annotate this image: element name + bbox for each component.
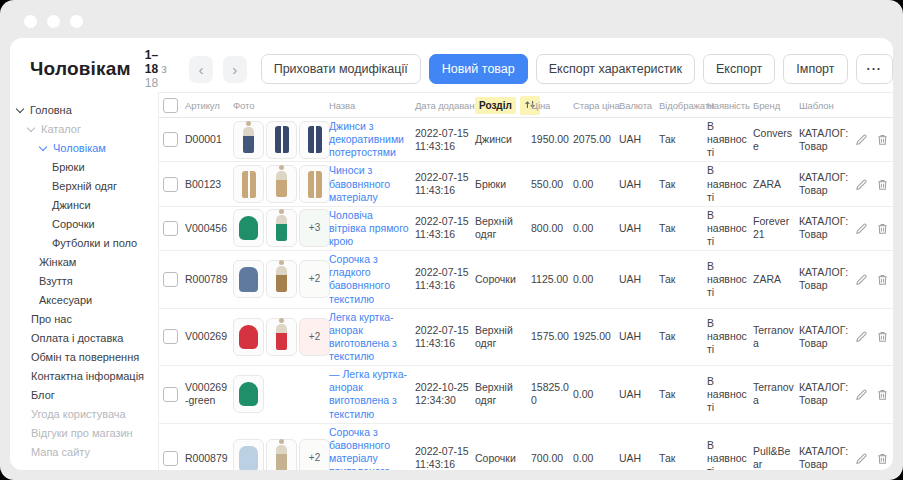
- window-control-dot[interactable]: [70, 15, 83, 28]
- product-photo[interactable]: [233, 318, 264, 356]
- window-control-dot[interactable]: [47, 15, 60, 28]
- template-cell: КАТАЛОГ: Товар: [799, 213, 855, 243]
- column-header-price[interactable]: Ціна: [531, 98, 573, 113]
- column-header-template[interactable]: Шаблон: [799, 98, 855, 113]
- product-photo[interactable]: [299, 165, 330, 203]
- delete-icon[interactable]: [876, 222, 889, 235]
- sidebar-item-bryuky[interactable]: Брюки: [10, 157, 158, 176]
- row-checkbox[interactable]: [163, 329, 178, 344]
- column-header-old-price[interactable]: Стара ціна: [573, 98, 619, 113]
- category-cell: Верхній одяг: [475, 213, 531, 243]
- sidebar-item-zhinkam[interactable]: Жінкам: [10, 252, 158, 271]
- product-name-link[interactable]: Сорочка з гладкого бавовняного текстилю: [329, 251, 415, 308]
- delete-icon[interactable]: [876, 388, 889, 401]
- edit-icon[interactable]: [855, 452, 868, 465]
- product-photo[interactable]: [233, 121, 264, 159]
- table-row: V000269-green — Легка куртка-анорак виго…: [159, 366, 893, 424]
- brand-cell: ZARA: [753, 176, 799, 193]
- hide-modifications-button[interactable]: Приховати модифікації: [261, 54, 421, 84]
- column-header-currency[interactable]: Валюта: [619, 98, 659, 113]
- window-control-dot[interactable]: [24, 15, 37, 28]
- product-photo[interactable]: [266, 260, 297, 298]
- sidebar-item-golovna[interactable]: Головна: [10, 100, 158, 119]
- delete-icon[interactable]: [876, 273, 889, 286]
- column-header-stock[interactable]: Наявність: [707, 98, 753, 113]
- sidebar-item-futbolky[interactable]: Футболки и поло: [10, 233, 158, 252]
- price-cell: 15825.00: [531, 379, 573, 409]
- prev-page-button[interactable]: ‹: [189, 56, 213, 83]
- delete-icon[interactable]: [876, 330, 889, 343]
- column-header-category[interactable]: Розділ: [475, 94, 531, 117]
- product-photo[interactable]: [233, 260, 264, 298]
- sidebar-item-vidguky[interactable]: Відгуки про магазин: [10, 423, 158, 442]
- more-photos-badge[interactable]: +2: [299, 439, 330, 470]
- edit-icon[interactable]: [855, 273, 868, 286]
- sidebar-item-sorochky[interactable]: Сорочки: [10, 214, 158, 233]
- sidebar-item-oplata[interactable]: Оплата і доставка: [10, 328, 158, 347]
- more-actions-button[interactable]: ···: [856, 54, 893, 84]
- export-button[interactable]: Експорт: [703, 54, 775, 84]
- sidebar-item-cholovikam[interactable]: Чоловікам: [10, 138, 158, 157]
- edit-icon[interactable]: [855, 133, 868, 146]
- more-photos-badge[interactable]: +3: [299, 209, 330, 247]
- row-checkbox[interactable]: [163, 177, 178, 192]
- row-checkbox[interactable]: [163, 451, 178, 466]
- select-all-checkbox[interactable]: [163, 98, 178, 113]
- row-checkbox[interactable]: [163, 221, 178, 236]
- sidebar-item-mapa[interactable]: Мапа сайту: [10, 442, 158, 461]
- delete-icon[interactable]: [876, 178, 889, 191]
- sidebar-item-ugoda[interactable]: Угода користувача: [10, 404, 158, 423]
- new-product-button[interactable]: Новий товар: [429, 54, 528, 84]
- sidebar-item-obmin[interactable]: Обмін та повернення: [10, 347, 158, 366]
- sidebar-item-blog[interactable]: Блог: [10, 385, 158, 404]
- row-checkbox[interactable]: [163, 387, 178, 402]
- more-photos-badge[interactable]: +2: [299, 318, 330, 356]
- edit-icon[interactable]: [855, 388, 868, 401]
- sidebar-item-kontakty[interactable]: Контактна інформація: [10, 366, 158, 385]
- column-header-name[interactable]: Назва: [329, 98, 415, 113]
- currency-cell: UAH: [619, 176, 659, 193]
- column-header-photo[interactable]: Фото: [233, 98, 329, 113]
- edit-icon[interactable]: [855, 330, 868, 343]
- sidebar-item-katalog[interactable]: Каталог: [10, 119, 158, 138]
- template-cell: КАТАЛОГ: Товар: [799, 379, 855, 409]
- product-name-link[interactable]: Джинси з декоративними потертостями: [329, 118, 415, 161]
- product-photo[interactable]: [233, 375, 264, 413]
- more-photos-badge[interactable]: +2: [299, 260, 330, 298]
- product-name-link[interactable]: Чоловіча вітрівка прямого крою: [329, 207, 415, 250]
- sidebar-item-dzhynsy[interactable]: Джинси: [10, 195, 158, 214]
- product-photo[interactable]: [266, 209, 297, 247]
- product-photo[interactable]: [233, 439, 264, 470]
- product-photo[interactable]: [266, 121, 297, 159]
- edit-icon[interactable]: [855, 222, 868, 235]
- product-photo[interactable]: [233, 209, 264, 247]
- product-photo[interactable]: [266, 165, 297, 203]
- sidebar-item-vzuttya[interactable]: Взуття: [10, 271, 158, 290]
- column-header-brand[interactable]: Бренд: [753, 98, 799, 113]
- photos-cell: +2: [233, 258, 329, 300]
- export-characteristics-button[interactable]: Експорт характеристик: [536, 54, 695, 84]
- product-photo[interactable]: [266, 439, 297, 470]
- product-name-link[interactable]: Чиноси з бавовняного матеріалу: [329, 162, 415, 205]
- product-name-link[interactable]: Сорочка з бавовняного матеріалу притален…: [329, 424, 415, 470]
- product-photo[interactable]: [299, 121, 330, 159]
- delete-icon[interactable]: [876, 133, 889, 146]
- sidebar-item-verkhniy-odyag[interactable]: Верхній одяг: [10, 176, 158, 195]
- import-button[interactable]: Імпорт: [783, 54, 847, 84]
- row-checkbox[interactable]: [163, 132, 178, 147]
- product-photo[interactable]: [266, 318, 297, 356]
- column-header-date[interactable]: Дата додавання: [415, 98, 475, 113]
- sidebar-item-pro-nas[interactable]: Про нас: [10, 309, 158, 328]
- old-price-cell: 1925.00: [573, 328, 619, 345]
- stock-cell: В наявності: [707, 207, 753, 250]
- sidebar-item-aksesuary[interactable]: Аксесуари: [10, 290, 158, 309]
- edit-icon[interactable]: [855, 178, 868, 191]
- column-header-visible[interactable]: Відображати: [659, 98, 707, 113]
- next-page-button[interactable]: ›: [223, 56, 247, 83]
- product-name-link[interactable]: Легка куртка-анорак виготовлена з тексти…: [329, 309, 415, 366]
- product-photo[interactable]: [233, 165, 264, 203]
- row-checkbox[interactable]: [163, 272, 178, 287]
- product-name-link[interactable]: — Легка куртка-анорак виготовлена з текс…: [329, 366, 415, 423]
- column-header-sku[interactable]: Артикул: [185, 98, 233, 113]
- delete-icon[interactable]: [876, 452, 889, 465]
